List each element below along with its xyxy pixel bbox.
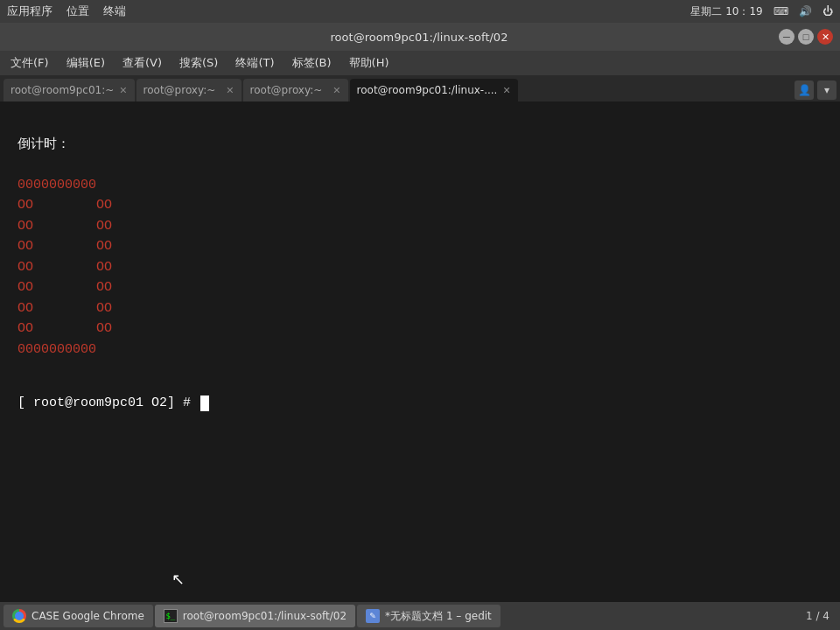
taskbar-terminal[interactable]: $_ root@room9pc01:/linux-soft/02 (155, 605, 355, 627)
title-bar: root@room9pc01:/linux-soft/02 ─ □ ✕ (0, 23, 840, 51)
gedit-logo: ✎ (366, 609, 380, 623)
power-icon: ⏻ (822, 5, 833, 18)
gedit-icon: ✎ (366, 609, 380, 623)
taskbar-gedit[interactable]: ✎ *无标题文档 1 – gedit (357, 605, 500, 627)
tab-2[interactable]: root@proxy:~ ✕ (243, 79, 348, 102)
new-tab-button[interactable]: 👤 (794, 80, 814, 100)
minimize-button[interactable]: ─ (779, 29, 794, 45)
taskbar-chrome[interactable]: CASE Google Chrome (4, 605, 153, 627)
menu-view[interactable]: 查看(V) (116, 53, 169, 73)
taskbar: CASE Google Chrome $_ root@room9pc01:/li… (0, 602, 840, 630)
prompt-line: [ root@room9pc01 O2] # (18, 394, 822, 414)
volume-icon: 🔊 (799, 5, 812, 18)
taskbar-chrome-label: CASE Google Chrome (32, 610, 144, 622)
terminal-content[interactable]: 倒计时： 0000000000 OO OO OO OO OO OO OO OO … (0, 102, 840, 602)
app-menu[interactable]: 应用程序 (7, 4, 52, 19)
tab-3[interactable]: root@room9pc01:/linux-.... ✕ (350, 79, 518, 102)
terminal-window: root@room9pc01:/linux-soft/02 ─ □ ✕ 文件(F… (0, 23, 840, 602)
tab-1-label: root@proxy:~ (144, 84, 216, 96)
tabs-dropdown-button[interactable]: ▾ (817, 80, 836, 100)
system-bar-right: 星期二 10：19 ⌨ 🔊 ⏻ (690, 4, 833, 19)
system-bar: 应用程序 位置 终端 星期二 10：19 ⌨ 🔊 ⏻ (0, 0, 840, 23)
tab-1-close[interactable]: ✕ (226, 85, 234, 96)
window-title: root@room9pc01:/linux-soft/02 (60, 31, 779, 44)
countdown-art: 0000000000 OO OO OO OO OO OO OO OO OO OO… (18, 178, 112, 357)
taskbar-terminal-label: root@room9pc01:/linux-soft/02 (183, 610, 346, 622)
menu-bar: 文件(F) 编辑(E) 查看(V) 搜索(S) 终端(T) 标签(B) 帮助(H… (0, 51, 840, 75)
menu-tags[interactable]: 标签(B) (285, 53, 339, 73)
system-time: 星期二 10：19 (690, 4, 762, 19)
system-bar-left: 应用程序 位置 终端 (7, 4, 126, 19)
tab-0[interactable]: root@room9pc01:~ ✕ (4, 79, 135, 102)
tab-0-close[interactable]: ✕ (119, 85, 127, 96)
location-menu[interactable]: 位置 (66, 4, 89, 19)
menu-help[interactable]: 帮助(H) (342, 53, 396, 73)
terminal-logo: $_ (164, 609, 178, 623)
tab-3-label: root@room9pc01:/linux-.... (357, 84, 498, 96)
menu-terminal[interactable]: 终端(T) (228, 53, 281, 73)
countdown-label: 倒计时： (18, 137, 70, 152)
tab-1[interactable]: root@proxy:~ ✕ (136, 79, 242, 102)
maximize-button[interactable]: □ (798, 29, 814, 45)
cursor (200, 396, 209, 411)
title-bar-buttons: ─ □ ✕ (779, 29, 833, 45)
terminal-icon: $_ (164, 609, 178, 623)
taskbar-gedit-label: *无标题文档 1 – gedit (385, 609, 492, 624)
keyboard-icon: ⌨ (774, 5, 788, 18)
chrome-logo (12, 609, 26, 623)
tab-0-label: root@room9pc01:~ (10, 84, 114, 96)
chrome-icon (12, 609, 26, 623)
tabs-bar: root@room9pc01:~ ✕ root@proxy:~ ✕ root@p… (0, 75, 840, 102)
menu-search[interactable]: 搜索(S) (172, 53, 225, 73)
tabs-right: 👤 ▾ (794, 80, 836, 102)
prompt-text: [ root@room9pc01 O2] # (18, 394, 199, 414)
menu-edit[interactable]: 编辑(E) (60, 53, 112, 73)
tab-2-close[interactable]: ✕ (332, 85, 340, 96)
terminal-menu[interactable]: 终端 (103, 4, 126, 19)
tab-2-label: root@proxy:~ (250, 84, 323, 96)
tab-3-close[interactable]: ✕ (502, 85, 510, 96)
close-button[interactable]: ✕ (817, 29, 833, 45)
menu-file[interactable]: 文件(F) (4, 53, 56, 73)
page-indicator: 1 / 4 (806, 610, 836, 622)
